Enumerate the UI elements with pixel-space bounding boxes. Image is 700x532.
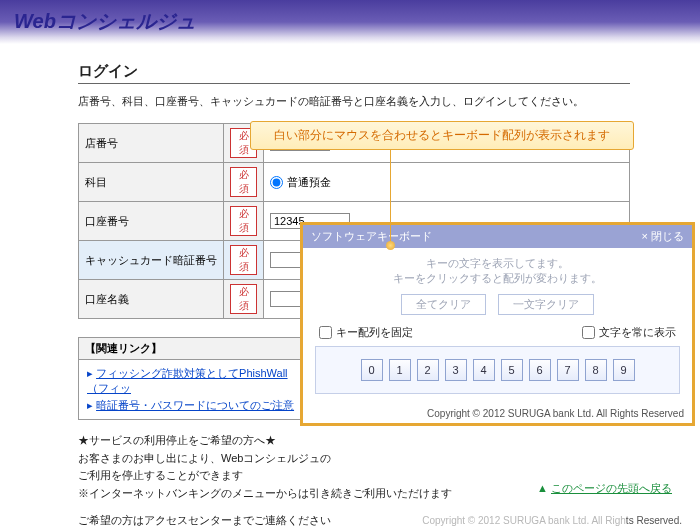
key-button[interactable]: 6 [529, 359, 551, 381]
clear-all-button[interactable]: 全てクリア [401, 294, 486, 315]
intro-text: 店番号、科目、口座番号、キャッシュカードの暗証番号と口座名義を入力し、ログインし… [78, 94, 630, 109]
required-badge: 必須 [230, 206, 257, 236]
fix-layout-checkbox[interactable]: キー配列を固定 [319, 325, 413, 340]
key-button[interactable]: 0 [361, 359, 383, 381]
key-button[interactable]: 5 [501, 359, 523, 381]
page-title: ログイン [78, 62, 630, 84]
category-radio-label: 普通預金 [287, 175, 331, 190]
key-button[interactable]: 4 [473, 359, 495, 381]
related-link-item: 暗証番号・パスワードについてのご注意 [87, 397, 304, 414]
label-account-name: 口座名義 [79, 280, 224, 319]
related-links-title: 【関連リンク】 [79, 338, 312, 360]
footer-copyright: Copyright © 2012 SURUGA bank Ltd. All Ri… [422, 515, 682, 526]
back-to-top: このページの先頭へ戻る [537, 481, 672, 496]
callout-dot [386, 241, 395, 250]
skb-copyright: Copyright © 2012 SURUGA bank Ltd. All Ri… [303, 402, 692, 423]
required-badge: 必須 [230, 284, 257, 314]
software-keyboard-panel: ソフトウェアキーボード × 閉じる キーの文字を表示してます。 キーをクリックす… [300, 222, 695, 426]
key-button[interactable]: 2 [417, 359, 439, 381]
skb-message: キーをクリックすると配列が変わります。 [315, 271, 680, 286]
key-button[interactable]: 8 [585, 359, 607, 381]
skb-close-button[interactable]: × 閉じる [642, 229, 684, 244]
tooltip-callout: 白い部分にマウスを合わせるとキーボード配列が表示されます [250, 121, 634, 150]
key-button[interactable]: 9 [613, 359, 635, 381]
category-radio[interactable] [270, 176, 283, 189]
required-badge: 必須 [230, 167, 257, 197]
label-store-no: 店番号 [79, 124, 224, 163]
skb-message: キーの文字を表示してます。 [315, 256, 680, 271]
callout-connector [390, 142, 391, 242]
always-show-checkbox[interactable]: 文字を常に表示 [582, 325, 676, 340]
related-link-item: フィッシング詐欺対策としてPhishWall（フィッ [87, 365, 304, 397]
label-account-no: 口座番号 [79, 202, 224, 241]
clear-one-button[interactable]: 一文字クリア [498, 294, 594, 315]
skb-title-text: ソフトウェアキーボード [311, 229, 432, 244]
label-category: 科目 [79, 163, 224, 202]
app-logo: Webコンシェルジュ [14, 8, 700, 35]
key-button[interactable]: 3 [445, 359, 467, 381]
key-button[interactable]: 7 [557, 359, 579, 381]
label-pin: キャッシュカード暗証番号 [79, 241, 224, 280]
key-button[interactable]: 1 [389, 359, 411, 381]
required-badge: 必須 [230, 245, 257, 275]
keypad: 0 1 2 3 4 5 6 7 8 9 [315, 346, 680, 394]
related-links-box: 【関連リンク】 フィッシング詐欺対策としてPhishWall（フィッ 暗証番号・… [78, 337, 313, 420]
header-band: Webコンシェルジュ [0, 0, 700, 44]
